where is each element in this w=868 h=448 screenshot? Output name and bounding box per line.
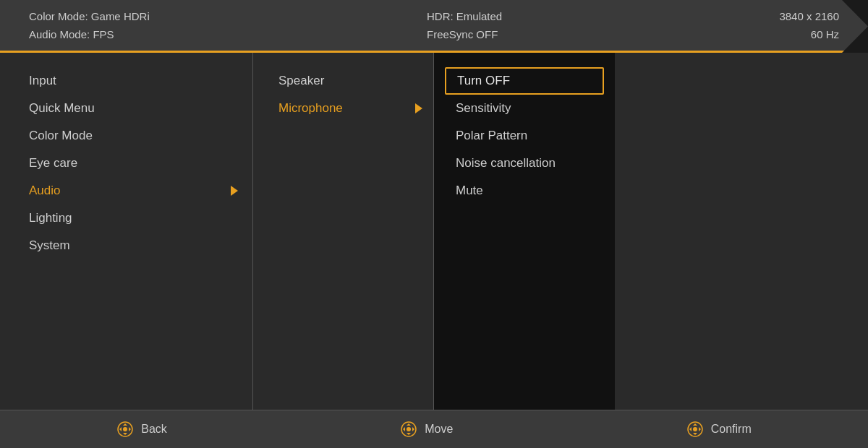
bottom-bar: Back Move Confirm bbox=[0, 410, 868, 448]
back-action[interactable]: Back bbox=[116, 421, 167, 438]
option-sensitivity[interactable]: Sensitivity bbox=[434, 95, 615, 122]
svg-marker-17 bbox=[693, 433, 697, 435]
sidebar-item-quick-menu[interactable]: Quick Menu bbox=[0, 95, 252, 122]
move-action[interactable]: Move bbox=[400, 421, 453, 438]
main-menu-column: Input Quick Menu Color Mode Eye care Aud… bbox=[0, 53, 253, 410]
svg-marker-5 bbox=[123, 433, 127, 435]
color-mode-status: Color Mode: Game HDRi bbox=[29, 9, 150, 24]
svg-point-7 bbox=[407, 427, 411, 431]
svg-marker-2 bbox=[119, 427, 122, 431]
resolution-status: 3840 x 2160 bbox=[779, 9, 839, 24]
option-noise-cancellation[interactable]: Noise cancellation bbox=[434, 150, 615, 177]
freesync-status: FreeSync OFF bbox=[427, 27, 502, 42]
sidebar-item-input[interactable]: Input bbox=[0, 67, 252, 95]
sidebar-item-eye-care[interactable]: Eye care bbox=[0, 150, 252, 177]
back-label: Back bbox=[141, 423, 167, 436]
move-joystick-icon bbox=[400, 421, 417, 438]
svg-marker-9 bbox=[412, 427, 414, 431]
sidebar-item-system[interactable]: System bbox=[0, 232, 252, 259]
sub-menu-column: Speaker Microphone bbox=[253, 53, 434, 410]
empty-area bbox=[615, 53, 868, 410]
svg-point-13 bbox=[693, 427, 697, 431]
option-turn-off[interactable]: Turn OFF bbox=[445, 67, 604, 95]
svg-marker-16 bbox=[693, 423, 697, 426]
option-mute[interactable]: Mute bbox=[434, 177, 615, 204]
confirm-joystick-icon bbox=[686, 421, 704, 438]
confirm-action[interactable]: Confirm bbox=[686, 421, 752, 438]
confirm-label: Confirm bbox=[711, 423, 752, 436]
hdr-status: HDR: Emulated bbox=[427, 9, 502, 24]
audio-arrow-icon bbox=[231, 186, 238, 196]
submenu-item-speaker[interactable]: Speaker bbox=[253, 67, 433, 95]
svg-point-1 bbox=[123, 427, 127, 431]
status-bar: Color Mode: Game HDRi Audio Mode: FPS HD… bbox=[0, 0, 868, 53]
sidebar-item-color-mode[interactable]: Color Mode bbox=[0, 122, 252, 150]
status-left: Color Mode: Game HDRi Audio Mode: FPS bbox=[29, 9, 150, 42]
svg-marker-8 bbox=[403, 427, 405, 431]
sidebar-item-audio[interactable]: Audio bbox=[0, 177, 252, 204]
svg-marker-14 bbox=[689, 427, 692, 431]
move-label: Move bbox=[425, 423, 453, 436]
svg-marker-4 bbox=[123, 423, 127, 426]
options-column: Turn OFF Sensitivity Polar Pattern Noise… bbox=[434, 53, 615, 410]
svg-marker-10 bbox=[407, 423, 411, 426]
audio-mode-status: Audio Mode: FPS bbox=[29, 27, 150, 42]
status-center: HDR: Emulated FreeSync OFF bbox=[427, 9, 502, 42]
svg-marker-3 bbox=[129, 427, 131, 431]
status-right: 3840 x 2160 60 Hz bbox=[779, 9, 839, 42]
svg-marker-11 bbox=[407, 433, 411, 435]
sidebar-item-lighting[interactable]: Lighting bbox=[0, 204, 252, 232]
option-polar-pattern[interactable]: Polar Pattern bbox=[434, 122, 615, 150]
svg-marker-15 bbox=[699, 427, 701, 431]
back-joystick-icon bbox=[116, 421, 134, 438]
microphone-arrow-icon bbox=[415, 103, 422, 113]
menu-area: Input Quick Menu Color Mode Eye care Aud… bbox=[0, 53, 868, 410]
refresh-rate-status: 60 Hz bbox=[811, 27, 839, 42]
submenu-item-microphone[interactable]: Microphone bbox=[253, 95, 433, 122]
